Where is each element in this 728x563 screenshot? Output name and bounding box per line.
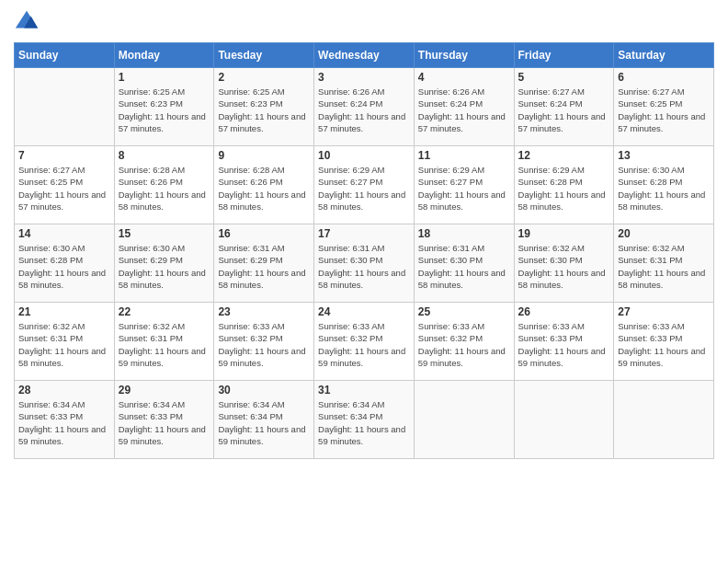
day-info: Sunrise: 6:28 AM Sunset: 6:26 PM Dayligh… [119,164,210,213]
calendar-cell: 16Sunrise: 6:31 AM Sunset: 6:29 PM Dayli… [214,224,314,303]
day-number: 22 [119,305,210,318]
day-info: Sunrise: 6:27 AM Sunset: 6:25 PM Dayligh… [18,164,110,213]
day-info: Sunrise: 6:30 AM Sunset: 6:29 PM Dayligh… [119,242,210,291]
day-number: 10 [318,149,410,162]
calendar-cell: 23Sunrise: 6:33 AM Sunset: 6:32 PM Dayli… [214,303,314,381]
day-info: Sunrise: 6:26 AM Sunset: 6:24 PM Dayligh… [418,86,510,134]
day-number: 2 [218,71,310,84]
day-number: 24 [318,305,410,318]
day-info: Sunrise: 6:31 AM Sunset: 6:30 PM Dayligh… [418,242,510,291]
day-number: 25 [418,305,510,318]
day-info: Sunrise: 6:32 AM Sunset: 6:31 PM Dayligh… [18,320,110,369]
day-number: 26 [518,305,610,318]
day-info: Sunrise: 6:29 AM Sunset: 6:28 PM Dayligh… [518,164,610,213]
calendar-cell: 12Sunrise: 6:29 AM Sunset: 6:28 PM Dayli… [514,146,614,224]
day-number: 8 [119,149,210,162]
day-number: 21 [18,305,110,318]
logo-icon [14,9,40,35]
calendar-cell: 20Sunrise: 6:32 AM Sunset: 6:31 PM Dayli… [614,224,714,303]
day-number: 30 [218,384,310,396]
logo [14,9,43,35]
day-info: Sunrise: 6:27 AM Sunset: 6:24 PM Dayligh… [518,86,610,134]
day-info: Sunrise: 6:34 AM Sunset: 6:34 PM Dayligh… [318,398,410,447]
day-info: Sunrise: 6:29 AM Sunset: 6:27 PM Dayligh… [418,164,510,213]
day-info: Sunrise: 6:31 AM Sunset: 6:29 PM Dayligh… [218,242,310,291]
day-info: Sunrise: 6:30 AM Sunset: 6:28 PM Dayligh… [18,242,110,291]
calendar-cell: 6Sunrise: 6:27 AM Sunset: 6:25 PM Daylig… [614,68,714,146]
calendar-cell: 24Sunrise: 6:33 AM Sunset: 6:32 PM Dayli… [314,303,415,381]
day-number: 9 [218,149,310,162]
day-number: 19 [518,227,610,240]
calendar-cell [15,68,115,146]
day-info: Sunrise: 6:32 AM Sunset: 6:30 PM Dayligh… [518,242,610,291]
day-number: 28 [18,384,110,396]
calendar-week-row: 1Sunrise: 6:25 AM Sunset: 6:23 PM Daylig… [15,68,714,146]
day-number: 16 [218,227,310,240]
day-info: Sunrise: 6:33 AM Sunset: 6:33 PM Dayligh… [518,320,610,369]
day-number: 23 [218,305,310,318]
day-info: Sunrise: 6:33 AM Sunset: 6:32 PM Dayligh… [218,320,310,369]
day-info: Sunrise: 6:28 AM Sunset: 6:26 PM Dayligh… [218,164,310,213]
day-number: 4 [418,71,510,84]
day-info: Sunrise: 6:34 AM Sunset: 6:33 PM Dayligh… [119,398,210,447]
calendar-week-row: 7Sunrise: 6:27 AM Sunset: 6:25 PM Daylig… [15,146,714,224]
calendar-cell: 25Sunrise: 6:33 AM Sunset: 6:32 PM Dayli… [414,303,514,381]
day-number: 29 [119,384,210,396]
calendar-cell: 31Sunrise: 6:34 AM Sunset: 6:34 PM Dayli… [314,381,415,459]
weekday-header: Thursday [414,43,514,68]
page-header [14,9,714,35]
calendar-cell: 15Sunrise: 6:30 AM Sunset: 6:29 PM Dayli… [114,224,214,303]
calendar-cell: 26Sunrise: 6:33 AM Sunset: 6:33 PM Dayli… [514,303,614,381]
calendar-cell: 1Sunrise: 6:25 AM Sunset: 6:23 PM Daylig… [114,68,214,146]
calendar-cell: 14Sunrise: 6:30 AM Sunset: 6:28 PM Dayli… [15,224,115,303]
day-info: Sunrise: 6:34 AM Sunset: 6:34 PM Dayligh… [218,398,310,447]
day-info: Sunrise: 6:33 AM Sunset: 6:33 PM Dayligh… [618,320,710,369]
day-number: 5 [518,71,610,84]
calendar-cell: 8Sunrise: 6:28 AM Sunset: 6:26 PM Daylig… [114,146,214,224]
day-number: 31 [318,384,410,396]
calendar-cell [414,381,514,459]
calendar-week-row: 14Sunrise: 6:30 AM Sunset: 6:28 PM Dayli… [15,224,714,303]
calendar-cell: 2Sunrise: 6:25 AM Sunset: 6:23 PM Daylig… [214,68,314,146]
calendar-cell: 7Sunrise: 6:27 AM Sunset: 6:25 PM Daylig… [15,146,115,224]
calendar-cell: 5Sunrise: 6:27 AM Sunset: 6:24 PM Daylig… [514,68,614,146]
calendar-week-row: 21Sunrise: 6:32 AM Sunset: 6:31 PM Dayli… [15,303,714,381]
day-info: Sunrise: 6:33 AM Sunset: 6:32 PM Dayligh… [418,320,510,369]
day-number: 12 [518,149,610,162]
calendar-cell: 29Sunrise: 6:34 AM Sunset: 6:33 PM Dayli… [114,381,214,459]
weekday-header: Sunday [15,43,115,68]
day-info: Sunrise: 6:25 AM Sunset: 6:23 PM Dayligh… [119,86,210,134]
day-number: 7 [18,149,110,162]
day-number: 11 [418,149,510,162]
weekday-header: Saturday [614,43,714,68]
day-info: Sunrise: 6:26 AM Sunset: 6:24 PM Dayligh… [318,86,410,134]
day-number: 14 [18,227,110,240]
calendar-cell: 30Sunrise: 6:34 AM Sunset: 6:34 PM Dayli… [214,381,314,459]
calendar-cell: 13Sunrise: 6:30 AM Sunset: 6:28 PM Dayli… [614,146,714,224]
weekday-header-row: SundayMondayTuesdayWednesdayThursdayFrid… [15,43,714,68]
calendar-cell [614,381,714,459]
day-info: Sunrise: 6:33 AM Sunset: 6:32 PM Dayligh… [318,320,410,369]
calendar-cell: 9Sunrise: 6:28 AM Sunset: 6:26 PM Daylig… [214,146,314,224]
calendar-cell: 4Sunrise: 6:26 AM Sunset: 6:24 PM Daylig… [414,68,514,146]
day-number: 13 [618,149,710,162]
calendar-cell: 19Sunrise: 6:32 AM Sunset: 6:30 PM Dayli… [514,224,614,303]
day-number: 17 [318,227,410,240]
day-info: Sunrise: 6:32 AM Sunset: 6:31 PM Dayligh… [119,320,210,369]
calendar-cell: 22Sunrise: 6:32 AM Sunset: 6:31 PM Dayli… [114,303,214,381]
day-info: Sunrise: 6:25 AM Sunset: 6:23 PM Dayligh… [218,86,310,134]
calendar-cell: 21Sunrise: 6:32 AM Sunset: 6:31 PM Dayli… [15,303,115,381]
calendar-cell: 3Sunrise: 6:26 AM Sunset: 6:24 PM Daylig… [314,68,415,146]
day-info: Sunrise: 6:29 AM Sunset: 6:27 PM Dayligh… [318,164,410,213]
weekday-header: Wednesday [314,43,415,68]
day-number: 1 [119,71,210,84]
day-info: Sunrise: 6:34 AM Sunset: 6:33 PM Dayligh… [18,398,110,447]
calendar-cell: 18Sunrise: 6:31 AM Sunset: 6:30 PM Dayli… [414,224,514,303]
weekday-header: Friday [514,43,614,68]
day-number: 18 [418,227,510,240]
calendar-cell [514,381,614,459]
day-number: 20 [618,227,710,240]
calendar-cell: 10Sunrise: 6:29 AM Sunset: 6:27 PM Dayli… [314,146,415,224]
calendar-cell: 27Sunrise: 6:33 AM Sunset: 6:33 PM Dayli… [614,303,714,381]
calendar-cell: 28Sunrise: 6:34 AM Sunset: 6:33 PM Dayli… [15,381,115,459]
